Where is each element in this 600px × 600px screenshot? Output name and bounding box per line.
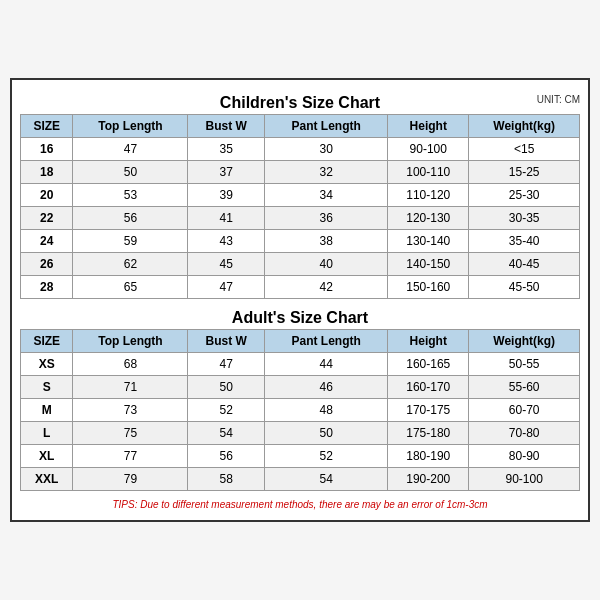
table-cell: 58 bbox=[188, 468, 265, 491]
table-cell: 56 bbox=[73, 207, 188, 230]
table-cell: 79 bbox=[73, 468, 188, 491]
table-cell: 16 bbox=[21, 138, 73, 161]
table-cell: 36 bbox=[265, 207, 388, 230]
table-cell: 53 bbox=[73, 184, 188, 207]
table-cell: M bbox=[21, 399, 73, 422]
table-row: XXL795854190-20090-100 bbox=[21, 468, 580, 491]
table-cell: 80-90 bbox=[469, 445, 580, 468]
table-cell: 90-100 bbox=[469, 468, 580, 491]
table-cell: 54 bbox=[265, 468, 388, 491]
table-cell: 28 bbox=[21, 276, 73, 299]
adult-header-row: SIZE Top Length Bust W Pant Length Heigh… bbox=[21, 330, 580, 353]
table-cell: 60-70 bbox=[469, 399, 580, 422]
table-cell: 37 bbox=[188, 161, 265, 184]
table-cell: 50 bbox=[73, 161, 188, 184]
table-cell: XXL bbox=[21, 468, 73, 491]
table-cell: 35-40 bbox=[469, 230, 580, 253]
table-cell: 130-140 bbox=[388, 230, 469, 253]
table-cell: 47 bbox=[188, 276, 265, 299]
table-cell: S bbox=[21, 376, 73, 399]
table-cell: 68 bbox=[73, 353, 188, 376]
adult-section-title: Adult's Size Chart bbox=[20, 303, 580, 329]
table-cell: 160-170 bbox=[388, 376, 469, 399]
adult-col-size: SIZE bbox=[21, 330, 73, 353]
table-cell: 175-180 bbox=[388, 422, 469, 445]
table-cell: 62 bbox=[73, 253, 188, 276]
children-table-body: 1647353090-100<1518503732100-11015-25205… bbox=[21, 138, 580, 299]
unit-label: UNIT: CM bbox=[537, 94, 580, 105]
table-cell: 65 bbox=[73, 276, 188, 299]
table-cell: 34 bbox=[265, 184, 388, 207]
table-cell: 50-55 bbox=[469, 353, 580, 376]
adult-size-table: SIZE Top Length Bust W Pant Length Heigh… bbox=[20, 329, 580, 491]
table-cell: 48 bbox=[265, 399, 388, 422]
table-row: L755450175-18070-80 bbox=[21, 422, 580, 445]
children-header-row: SIZE Top Length Bust W Pant Length Heigh… bbox=[21, 115, 580, 138]
table-cell: 110-120 bbox=[388, 184, 469, 207]
adult-col-toplength: Top Length bbox=[73, 330, 188, 353]
table-cell: 43 bbox=[188, 230, 265, 253]
table-cell: 30 bbox=[265, 138, 388, 161]
table-cell: 22 bbox=[21, 207, 73, 230]
table-cell: 25-30 bbox=[469, 184, 580, 207]
table-cell: 30-35 bbox=[469, 207, 580, 230]
table-cell: 180-190 bbox=[388, 445, 469, 468]
table-cell: 70-80 bbox=[469, 422, 580, 445]
children-col-pantlength: Pant Length bbox=[265, 115, 388, 138]
table-cell: 73 bbox=[73, 399, 188, 422]
table-cell: 59 bbox=[73, 230, 188, 253]
table-cell: 52 bbox=[188, 399, 265, 422]
table-row: 18503732100-11015-25 bbox=[21, 161, 580, 184]
table-cell: 18 bbox=[21, 161, 73, 184]
table-cell: 20 bbox=[21, 184, 73, 207]
table-cell: 46 bbox=[265, 376, 388, 399]
table-row: XL775652180-19080-90 bbox=[21, 445, 580, 468]
table-cell: 41 bbox=[188, 207, 265, 230]
table-row: 1647353090-100<15 bbox=[21, 138, 580, 161]
table-cell: 120-130 bbox=[388, 207, 469, 230]
table-cell: 47 bbox=[188, 353, 265, 376]
table-cell: 190-200 bbox=[388, 468, 469, 491]
table-cell: 50 bbox=[188, 376, 265, 399]
table-cell: 45-50 bbox=[469, 276, 580, 299]
table-cell: 38 bbox=[265, 230, 388, 253]
table-cell: 40 bbox=[265, 253, 388, 276]
table-cell: 15-25 bbox=[469, 161, 580, 184]
table-cell: 55-60 bbox=[469, 376, 580, 399]
adult-col-weight: Weight(kg) bbox=[469, 330, 580, 353]
table-cell: 35 bbox=[188, 138, 265, 161]
table-cell: 140-150 bbox=[388, 253, 469, 276]
adult-col-bustw: Bust W bbox=[188, 330, 265, 353]
table-cell: 54 bbox=[188, 422, 265, 445]
children-col-weight: Weight(kg) bbox=[469, 115, 580, 138]
table-row: 24594338130-14035-40 bbox=[21, 230, 580, 253]
table-cell: 47 bbox=[73, 138, 188, 161]
table-cell: 75 bbox=[73, 422, 188, 445]
table-cell: 39 bbox=[188, 184, 265, 207]
table-row: S715046160-17055-60 bbox=[21, 376, 580, 399]
children-title-text: Children's Size Chart bbox=[220, 94, 380, 111]
table-row: 26624540140-15040-45 bbox=[21, 253, 580, 276]
tips-text: TIPS: Due to different measurement metho… bbox=[20, 495, 580, 512]
table-cell: L bbox=[21, 422, 73, 445]
children-col-bustw: Bust W bbox=[188, 115, 265, 138]
adult-col-height: Height bbox=[388, 330, 469, 353]
table-row: 20533934110-12025-30 bbox=[21, 184, 580, 207]
children-size-table: SIZE Top Length Bust W Pant Length Heigh… bbox=[20, 114, 580, 299]
table-cell: 26 bbox=[21, 253, 73, 276]
table-cell: 40-45 bbox=[469, 253, 580, 276]
table-cell: 77 bbox=[73, 445, 188, 468]
table-cell: 50 bbox=[265, 422, 388, 445]
table-cell: 45 bbox=[188, 253, 265, 276]
table-row: XS684744160-16550-55 bbox=[21, 353, 580, 376]
adult-table-body: XS684744160-16550-55S715046160-17055-60M… bbox=[21, 353, 580, 491]
table-cell: <15 bbox=[469, 138, 580, 161]
adult-title-text: Adult's Size Chart bbox=[232, 309, 368, 326]
table-cell: 90-100 bbox=[388, 138, 469, 161]
table-row: 28654742150-16045-50 bbox=[21, 276, 580, 299]
table-cell: 150-160 bbox=[388, 276, 469, 299]
table-cell: 44 bbox=[265, 353, 388, 376]
table-cell: 160-165 bbox=[388, 353, 469, 376]
size-chart-container: Children's Size Chart UNIT: CM SIZE Top … bbox=[10, 78, 590, 522]
table-row: M735248170-17560-70 bbox=[21, 399, 580, 422]
